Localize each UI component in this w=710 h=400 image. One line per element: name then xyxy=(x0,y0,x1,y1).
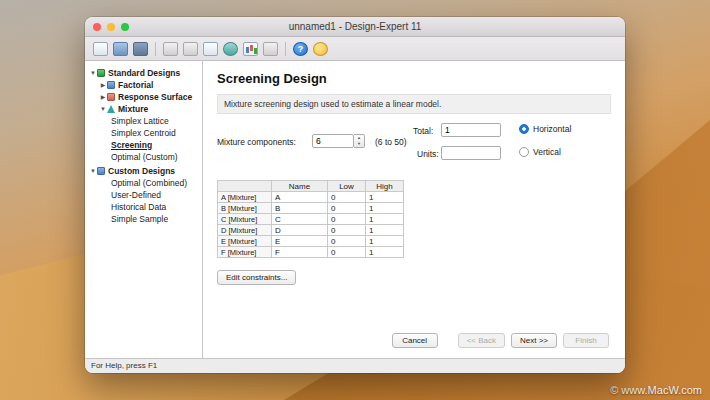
titlebar[interactable]: unnamed1 - Design-Expert 11 xyxy=(85,17,625,37)
sidebar-item-screening[interactable]: Screening xyxy=(85,139,202,150)
name-cell[interactable]: E xyxy=(272,236,328,247)
design-description: Mixture screening design used to estimat… xyxy=(217,94,611,114)
charts-icon[interactable] xyxy=(223,42,238,56)
name-cell[interactable]: A xyxy=(272,192,328,203)
copy-icon[interactable] xyxy=(163,42,178,56)
response-surface-icon xyxy=(107,93,115,101)
row-header: A [Mixture] xyxy=(218,192,272,203)
table-row: C [Mixture] C 0 1 xyxy=(218,214,404,225)
low-cell[interactable]: 0 xyxy=(328,192,366,203)
factorial-icon xyxy=(107,81,115,89)
row-header: B [Mixture] xyxy=(218,203,272,214)
units-label: Units: xyxy=(417,149,439,159)
sidebar-item-simplex-lattice[interactable]: Simplex Lattice xyxy=(85,115,202,126)
radio-selected-icon[interactable] xyxy=(519,124,529,134)
cancel-button[interactable]: Cancel xyxy=(392,333,438,348)
components-range-hint: (6 to 50) xyxy=(375,137,407,147)
sidebar-item-historical-data[interactable]: Historical Data xyxy=(85,201,202,212)
toolbar-separator xyxy=(285,42,286,56)
mixture-components-input[interactable] xyxy=(312,134,354,148)
row-header: C [Mixture] xyxy=(218,214,272,225)
disclosure-closed-icon[interactable]: ▶ xyxy=(99,93,107,100)
close-button[interactable] xyxy=(93,23,101,31)
mixture-components-label: Mixture components: xyxy=(217,137,296,147)
row-header: D [Mixture] xyxy=(218,225,272,236)
header-component xyxy=(218,181,272,192)
low-cell[interactable]: 0 xyxy=(328,214,366,225)
name-cell[interactable]: F xyxy=(272,247,328,258)
report-icon[interactable] xyxy=(203,42,218,56)
vertical-radio-label: Vertical xyxy=(533,147,561,157)
high-cell[interactable]: 1 xyxy=(366,214,404,225)
name-cell[interactable]: C xyxy=(272,214,328,225)
high-cell[interactable]: 1 xyxy=(366,236,404,247)
table-header-row: Name Low High xyxy=(218,181,404,192)
sidebar-item-standard-designs[interactable]: ▼ Standard Designs xyxy=(85,67,202,78)
paste-icon[interactable] xyxy=(183,42,198,56)
horizontal-radio[interactable]: Horizontal xyxy=(519,124,571,134)
disclosure-open-icon[interactable]: ▼ xyxy=(89,168,97,174)
low-cell[interactable]: 0 xyxy=(328,236,366,247)
row-header: E [Mixture] xyxy=(218,236,272,247)
low-cell[interactable]: 0 xyxy=(328,225,366,236)
sidebar-item-simple-sample[interactable]: Simple Sample xyxy=(85,213,202,224)
sidebar-item-optimal-combined[interactable]: Optimal (Combined) xyxy=(85,177,202,188)
stepper-down-icon[interactable]: ▼ xyxy=(354,141,364,147)
sidebar-item-label: Historical Data xyxy=(111,202,166,212)
new-file-icon[interactable] xyxy=(93,42,108,56)
sidebar-item-custom-designs[interactable]: ▼ Custom Designs xyxy=(85,165,202,176)
high-cell[interactable]: 1 xyxy=(366,192,404,203)
units-input[interactable] xyxy=(441,146,501,160)
sidebar-item-optimal-custom[interactable]: Optimal (Custom) xyxy=(85,151,202,162)
low-cell[interactable]: 0 xyxy=(328,203,366,214)
design-tree-sidebar: ▼ Standard Designs ▶ Factorial ▶ Respons… xyxy=(85,61,203,358)
disclosure-open-icon[interactable]: ▼ xyxy=(89,70,97,76)
sidebar-item-user-defined[interactable]: User-Defined xyxy=(85,189,202,200)
sidebar-item-label: Standard Designs xyxy=(108,68,180,78)
open-file-icon[interactable] xyxy=(113,42,128,56)
sidebar-item-label: User-Defined xyxy=(111,190,161,200)
components-table: Name Low High A [Mixture] A 0 1 B [Mixtu… xyxy=(217,180,404,258)
vertical-radio[interactable]: Vertical xyxy=(519,147,561,157)
edit-constraints-button[interactable]: Edit constraints... xyxy=(217,270,296,285)
main-content: Screening Design Mixture screening desig… xyxy=(203,61,625,358)
sidebar-item-mixture[interactable]: ▼ Mixture xyxy=(85,103,202,114)
analysis-icon[interactable] xyxy=(243,42,258,56)
name-cell[interactable]: B xyxy=(272,203,328,214)
page-title: Screening Design xyxy=(217,71,625,86)
table-row: B [Mixture] B 0 1 xyxy=(218,203,404,214)
desktop-background: © www.MacW.com unnamed1 - Design-Expert … xyxy=(0,0,710,400)
sidebar-item-label: Simple Sample xyxy=(111,214,168,224)
toolbar-separator xyxy=(155,42,156,56)
zoom-button[interactable] xyxy=(121,23,129,31)
disclosure-open-icon[interactable]: ▼ xyxy=(99,106,107,112)
tips-bulb-icon[interactable] xyxy=(313,42,328,56)
name-cell[interactable]: D xyxy=(272,225,328,236)
mixture-icon xyxy=(107,105,115,113)
design-summary-icon[interactable] xyxy=(263,42,278,56)
high-cell[interactable]: 1 xyxy=(366,203,404,214)
help-icon[interactable]: ? xyxy=(293,42,308,56)
radio-unselected-icon[interactable] xyxy=(519,147,529,157)
sidebar-item-response-surface[interactable]: ▶ Response Surface xyxy=(85,91,202,102)
back-button: << Back xyxy=(458,333,505,348)
sidebar-item-label: Optimal (Custom) xyxy=(111,152,178,162)
sidebar-item-factorial[interactable]: ▶ Factorial xyxy=(85,79,202,90)
high-cell[interactable]: 1 xyxy=(366,225,404,236)
next-button[interactable]: Next >> xyxy=(511,333,557,348)
minimize-button[interactable] xyxy=(107,23,115,31)
header-low: Low xyxy=(328,181,366,192)
standard-designs-icon xyxy=(97,69,105,77)
high-cell[interactable]: 1 xyxy=(366,247,404,258)
sidebar-item-simplex-centroid[interactable]: Simplex Centroid xyxy=(85,127,202,138)
total-input[interactable] xyxy=(441,123,501,137)
sidebar-item-label: Mixture xyxy=(118,104,148,114)
total-label: Total: xyxy=(413,126,433,136)
mixture-components-stepper: ▲ ▼ xyxy=(354,134,365,148)
disclosure-closed-icon[interactable]: ▶ xyxy=(99,81,107,88)
save-file-icon[interactable] xyxy=(133,42,148,56)
wizard-buttons: Cancel << Back Next >> Finish xyxy=(392,333,609,348)
design-options-form: Total: Horizontal Mixture components: ▲ … xyxy=(217,122,611,170)
sidebar-item-label: Simplex Lattice xyxy=(111,116,169,126)
low-cell[interactable]: 0 xyxy=(328,247,366,258)
